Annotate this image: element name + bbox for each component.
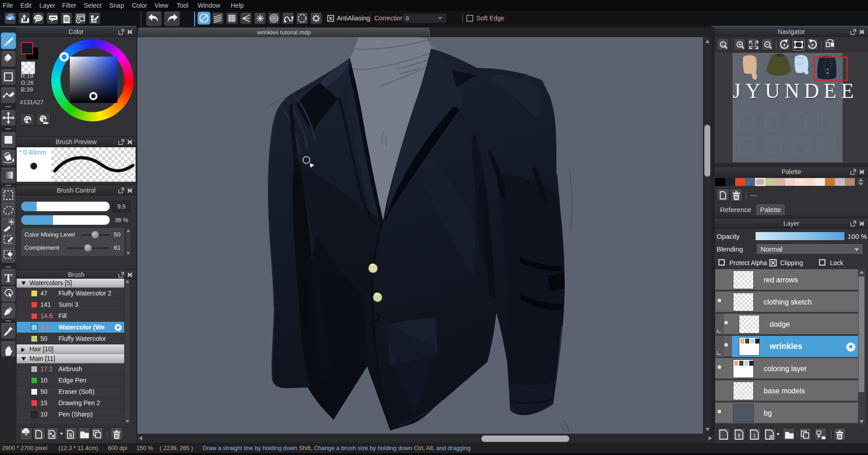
svg-text:AntiAliasing: AntiAliasing [337, 15, 370, 22]
svg-text:Soft Edge: Soft Edge [476, 15, 504, 22]
svg-text:T: T [5, 271, 12, 285]
svg-text:S: S [69, 432, 72, 438]
svg-text:JYUNDEE: JYUNDEE [733, 79, 858, 102]
svg-text:1: 1 [753, 433, 756, 438]
svg-text:1: 1 [722, 43, 724, 47]
svg-text:9: 9 [406, 15, 409, 22]
svg-text:8: 8 [738, 433, 741, 438]
svg-text:Correction: Correction [374, 15, 404, 22]
svg-text:---: --- [750, 192, 756, 199]
